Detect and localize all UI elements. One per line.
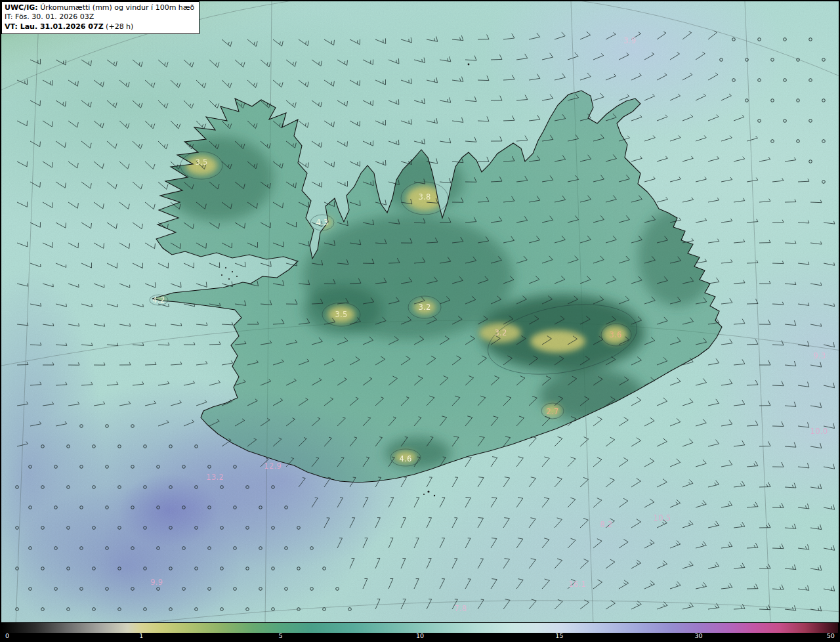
chart-title-line: UWC/IG: Úrkomumætti (mm) og vindur í 100… <box>5 3 194 12</box>
precip-value-label: 3.2 <box>494 328 507 337</box>
map-canvas <box>1 1 839 622</box>
colorbar-tick-label: 10 <box>416 633 424 639</box>
precip-value-label: 4.6 <box>399 454 411 463</box>
title-box: UWC/IG: Úrkomumætti (mm) og vindur í 100… <box>1 1 200 34</box>
weather-chart: 3.53.84.34.23.53.23.23.62.74.612.913.29.… <box>0 0 840 642</box>
colorbar-ticks: 01510153050 <box>2 632 838 641</box>
colorbar-tick-label: 15 <box>555 633 563 639</box>
precip-value-label: 9.3 <box>813 351 826 360</box>
precip-value-label: 3.9 <box>623 36 636 45</box>
precip-value-label: 16.1 <box>569 580 587 589</box>
map-area: 3.53.84.34.23.53.23.23.62.74.612.913.29.… <box>1 1 839 622</box>
precip-value-label: 4.2 <box>152 295 165 305</box>
precip-value-label: 10.5 <box>654 513 671 523</box>
colorbar: 01510153050 <box>1 622 839 641</box>
precip-value-label: 4.3 <box>316 218 328 227</box>
precip-value-label: 7.8 <box>454 604 467 613</box>
precip-value-label: 13.2 <box>207 473 224 482</box>
colorbar-tick-label: 5 <box>279 633 283 639</box>
valid-time: VT: Lau. 31.01.2026 07Z <box>5 22 104 31</box>
colorbar-tick-label: 0 <box>5 633 9 639</box>
precip-value-label: 9.9 <box>150 578 163 587</box>
colorbar-tick-label: 1 <box>139 633 143 639</box>
colorbar-tick-label: 30 <box>695 633 703 639</box>
precip-value-label: 2.7 <box>546 407 558 416</box>
precip-value-label: 8.2 <box>600 520 612 529</box>
precip-value-label: 10.0 <box>810 427 828 436</box>
precip-value-label: 3.5 <box>195 158 207 167</box>
precip-value-label: 3.6 <box>609 330 621 339</box>
precip-value-label: 3.5 <box>335 310 347 319</box>
dither-texture <box>1 1 839 622</box>
parameter-title: Úrkomumætti (mm) og vindur í 100m hæð <box>38 3 195 12</box>
colorbar-tick-label: 50 <box>827 633 835 639</box>
init-time: IT: Fös. 30. 01. 2026 03Z <box>5 12 194 22</box>
lead-time: (+28 h) <box>104 22 134 31</box>
colorbar-gradient <box>2 623 838 633</box>
valid-time-line: VT: Lau. 31.01.2026 07Z (+28 h) <box>5 22 194 32</box>
precip-value-label: 12.9 <box>264 461 282 471</box>
precip-value-label: 3.2 <box>418 303 430 312</box>
precip-value-label: 3.8 <box>418 192 430 202</box>
model-name: UWC/IG: <box>5 3 38 12</box>
